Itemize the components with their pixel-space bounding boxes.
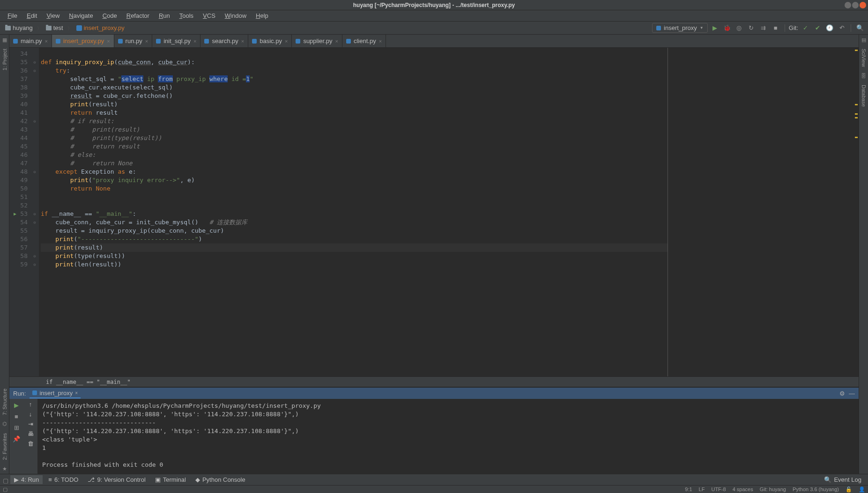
menu-view[interactable]: View — [43, 11, 63, 20]
fold-marker[interactable] — [30, 50, 39, 58]
fold-marker[interactable] — [30, 142, 39, 151]
editor-tab-insert_proxy-py[interactable]: insert_proxy.py× — [52, 35, 114, 47]
editor-tab-search-py[interactable]: search.py× — [200, 35, 248, 47]
close-tab-icon[interactable]: × — [379, 38, 382, 44]
warning-mark[interactable] — [855, 50, 858, 51]
run-panel-tab[interactable]: insert_proxy × — [30, 389, 81, 398]
maximize-button[interactable] — [852, 2, 859, 8]
console-output[interactable]: /usr/bin/python3.6 /home/ehsplus/Pycharm… — [37, 399, 859, 474]
fold-marker[interactable] — [30, 235, 39, 243]
close-icon[interactable]: × — [75, 390, 78, 396]
code-line[interactable]: # print(result) — [41, 125, 668, 134]
editor-tab-init_sql-py[interactable]: init_sql.py× — [152, 35, 200, 47]
structure-tool-tab[interactable]: 7: Structure — [1, 385, 8, 419]
warning-mark[interactable] — [855, 117, 858, 118]
code-line[interactable]: result = inquiry_proxy_ip(cube_conn, cub… — [41, 227, 668, 235]
readonly-icon[interactable]: 🔓 — [846, 486, 852, 493]
git-history-button[interactable]: 🕘 — [824, 23, 835, 33]
search-everywhere-button[interactable]: 🔍 — [855, 23, 865, 33]
fold-marker[interactable]: ⊖ — [30, 210, 39, 218]
favorites-icon[interactable]: ★ — [1, 465, 8, 472]
project-icon[interactable]: ▦ — [1, 37, 8, 43]
code-line[interactable]: # return result — [41, 142, 668, 151]
code-line[interactable] — [41, 50, 668, 58]
code-line[interactable]: try: — [41, 66, 668, 75]
wrap-button[interactable]: ⇥ — [28, 420, 33, 427]
cursor-position[interactable]: 9:1 — [685, 486, 692, 492]
fold-marker[interactable] — [30, 92, 39, 100]
close-tab-icon[interactable]: × — [45, 38, 48, 44]
editor-tab-basic-py[interactable]: basic.py× — [248, 35, 292, 47]
fold-marker[interactable] — [30, 109, 39, 117]
fold-marker[interactable]: ⊖ — [30, 218, 39, 227]
sciview-tool-tab[interactable]: SciView — [860, 45, 868, 71]
menu-run[interactable]: Run — [155, 11, 174, 20]
bottom-tool-terminal[interactable]: ▣Terminal — [151, 475, 190, 484]
fold-marker[interactable] — [30, 125, 39, 134]
warning-mark[interactable] — [855, 104, 858, 105]
inspections-icon[interactable]: 👤 — [859, 486, 865, 493]
print-button[interactable]: 🖶 — [28, 430, 34, 437]
git-commit-button[interactable]: ✔ — [812, 23, 823, 33]
code-line[interactable]: cube_cur.execute(select_sql) — [41, 83, 668, 92]
editor-tab-client-py[interactable]: client.py× — [342, 35, 386, 47]
database-tool-tab[interactable]: Database — [860, 81, 868, 110]
code-line[interactable]: # else: — [41, 151, 668, 159]
code-line[interactable]: print(len(result)) — [41, 260, 668, 269]
stop-button[interactable]: ■ — [771, 23, 781, 33]
concurrent-button[interactable]: ⇉ — [758, 23, 769, 33]
close-tab-icon[interactable]: × — [107, 38, 110, 44]
project-tool-tab[interactable]: 1: Project — [1, 45, 8, 74]
code-line[interactable]: print(type(result)) — [41, 252, 668, 260]
structure-icon[interactable]: ⌬ — [1, 421, 8, 427]
run-gutter-icon[interactable]: ▶ — [14, 210, 16, 218]
code-line[interactable]: return None — [41, 184, 668, 193]
fold-marker[interactable] — [30, 159, 39, 168]
fold-marker[interactable] — [30, 227, 39, 235]
fold-marker[interactable] — [30, 184, 39, 193]
fold-marker[interactable]: ⊖ — [30, 117, 39, 125]
bottom-tool----version-control[interactable]: ⎇9: Version Control — [84, 475, 149, 484]
code-line[interactable]: print("-------------------------------") — [41, 235, 668, 243]
code-line[interactable]: # return None — [41, 159, 668, 168]
debug-button[interactable]: 🐞 — [722, 23, 732, 33]
menu-file[interactable]: File — [4, 11, 21, 20]
git-update-button[interactable]: ✓ — [800, 23, 810, 33]
fold-marker[interactable]: ⊖ — [30, 252, 39, 260]
database-icon[interactable]: 🗄 — [861, 73, 867, 79]
code-content[interactable]: def inquiry_proxy_ip(cube_conn, cube_cur… — [39, 48, 668, 376]
code-line[interactable]: except Exception as e: — [41, 168, 668, 176]
code-line[interactable]: result = cube_cur.fetchone() — [41, 92, 668, 100]
close-tab-icon[interactable]: × — [285, 38, 288, 44]
settings-icon[interactable]: ⚙ — [839, 390, 845, 397]
menu-refactor[interactable]: Refactor — [123, 11, 153, 20]
editor-tab-main-py[interactable]: main.py× — [9, 35, 52, 47]
pin-button[interactable]: 📌 — [12, 434, 21, 443]
git-revert-button[interactable]: ↶ — [837, 23, 847, 33]
code-line[interactable]: # print(type(result)) — [41, 134, 668, 142]
status-icon[interactable]: ▢ — [3, 486, 8, 492]
code-line[interactable]: cube_conn, cube_cur = init_cube_mysql() … — [41, 218, 668, 227]
context-breadcrumb[interactable]: if __name__ == "__main__" — [9, 376, 859, 387]
code-line[interactable]: print(result) — [41, 243, 668, 252]
menu-vcs[interactable]: VCS — [199, 11, 219, 20]
down-button[interactable]: ↓ — [29, 411, 32, 418]
indent[interactable]: 4 spaces — [733, 486, 753, 492]
code-line[interactable] — [41, 193, 668, 201]
sciview-icon[interactable]: ▤ — [861, 37, 867, 43]
fold-marker[interactable] — [30, 100, 39, 109]
minimize-panel-icon[interactable]: — — [849, 390, 855, 397]
line-ending[interactable]: LF — [699, 486, 705, 492]
bottom-tool----run[interactable]: ▶4: Run — [10, 475, 43, 484]
code-line[interactable]: # if result: — [41, 117, 668, 125]
code-line[interactable] — [41, 201, 668, 210]
menu-navigate[interactable]: Navigate — [65, 11, 96, 20]
fold-marker[interactable] — [30, 176, 39, 184]
favorites-tool-tab[interactable]: 2: Favorites — [1, 429, 8, 464]
up-button[interactable]: ↑ — [29, 401, 32, 408]
fold-marker[interactable] — [30, 193, 39, 201]
fold-marker[interactable] — [30, 243, 39, 252]
code-line[interactable]: ▶if __name__ == "__main__": — [41, 210, 668, 218]
git-branch[interactable]: Git: huyang — [760, 486, 786, 492]
fold-marker[interactable] — [30, 134, 39, 142]
